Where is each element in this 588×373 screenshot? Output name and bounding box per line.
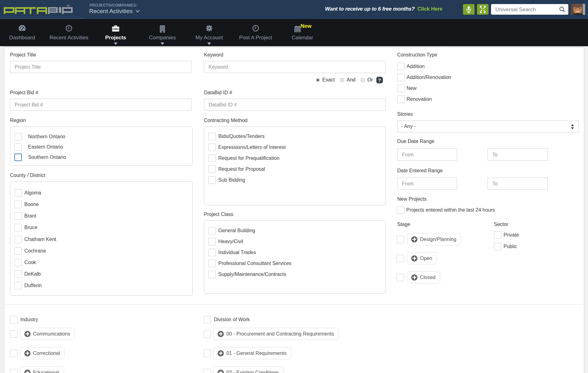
svg-text:TM: TM [66, 5, 70, 7]
